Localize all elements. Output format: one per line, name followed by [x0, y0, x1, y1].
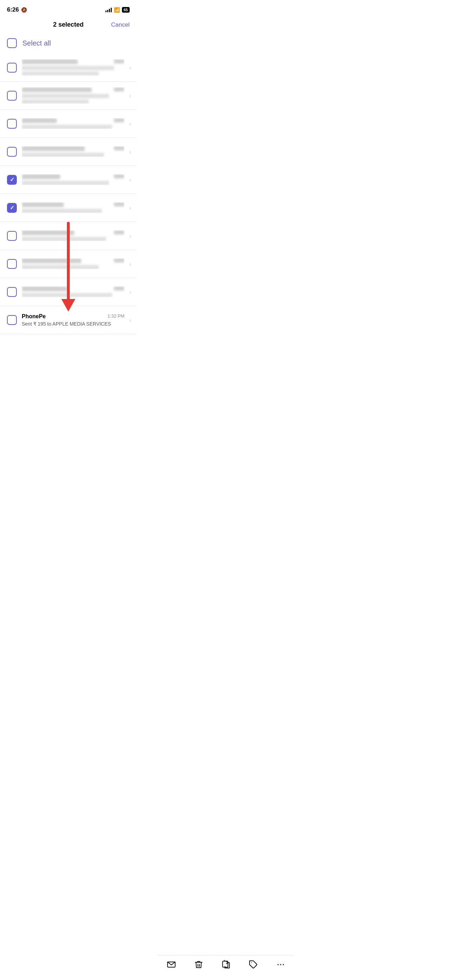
message-content-8 — [22, 258, 124, 269]
message-checkbox-4[interactable] — [7, 147, 17, 157]
message-checkbox-7[interactable] — [7, 231, 17, 241]
message-checkbox-3[interactable] — [7, 119, 17, 129]
message-content-1 — [22, 59, 124, 76]
arrow-icon-3: › — [129, 121, 131, 127]
time-display: 6:26 — [7, 6, 19, 13]
table-row[interactable]: › — [0, 138, 137, 166]
table-row[interactable]: › — [0, 54, 137, 82]
table-row[interactable]: › — [0, 82, 137, 110]
message-content-7 — [22, 230, 124, 241]
table-row[interactable]: › — [0, 110, 137, 138]
selection-count: 2 selected — [53, 21, 83, 29]
status-icons: 📶 65 — [105, 7, 130, 13]
select-all-label: Select all — [22, 39, 51, 47]
phonePe-message-row[interactable]: PhonePe 1:32 PM Sent ₹ 195 to APPLE MEDI… — [0, 306, 137, 334]
select-all-checkbox[interactable] — [7, 38, 17, 48]
status-time: 6:26 🔕 — [7, 6, 27, 13]
status-bar: 6:26 🔕 📶 65 — [0, 0, 137, 18]
arrow-icon-1: › — [129, 65, 131, 70]
message-content-4 — [22, 146, 124, 157]
table-row[interactable]: › — [0, 250, 137, 278]
phonePe-sender: PhonePe — [22, 313, 46, 320]
message-list: › › › — [0, 54, 137, 369]
arrow-icon-2: › — [129, 93, 131, 99]
message-checkbox-1[interactable] — [7, 63, 17, 73]
phonePe-content: PhonePe 1:32 PM Sent ₹ 195 to APPLE MEDI… — [22, 313, 124, 327]
page-header: 2 selected Cancel — [0, 18, 137, 34]
message-checkbox-9[interactable] — [7, 287, 17, 297]
arrow-icon-4: › — [129, 149, 131, 154]
arrow-icon-7: › — [129, 233, 131, 239]
signal-icon — [105, 7, 112, 12]
message-content-6 — [22, 202, 124, 213]
arrow-icon-6: › — [129, 205, 131, 211]
cancel-button[interactable]: Cancel — [111, 21, 130, 29]
phonePe-body: Sent ₹ 195 to APPLE MEDIA SERVICES — [22, 321, 124, 327]
arrow-icon-8: › — [129, 261, 131, 267]
table-row[interactable]: › — [0, 194, 137, 222]
mute-icon: 🔕 — [21, 7, 27, 13]
phonePe-checkbox[interactable] — [7, 315, 17, 325]
arrow-icon-5: › — [129, 177, 131, 183]
phonePe-time: 1:32 PM — [108, 313, 124, 318]
message-content-5 — [22, 174, 124, 185]
table-row[interactable]: › — [0, 166, 137, 194]
message-content-3 — [22, 118, 124, 129]
arrow-icon-9: › — [129, 289, 131, 295]
message-checkbox-6[interactable] — [7, 203, 17, 213]
message-content-2 — [22, 87, 124, 104]
battery-indicator: 65 — [122, 7, 130, 13]
message-checkbox-8[interactable] — [7, 259, 17, 269]
message-content-9 — [22, 286, 124, 297]
message-checkbox-2[interactable] — [7, 91, 17, 100]
wifi-icon: 📶 — [114, 7, 120, 13]
arrow-icon-phonePe: › — [129, 317, 131, 323]
select-all-row[interactable]: Select all — [0, 34, 137, 54]
table-row[interactable]: › — [0, 222, 137, 250]
message-checkbox-5[interactable] — [7, 175, 17, 185]
table-row[interactable]: › — [0, 278, 137, 306]
